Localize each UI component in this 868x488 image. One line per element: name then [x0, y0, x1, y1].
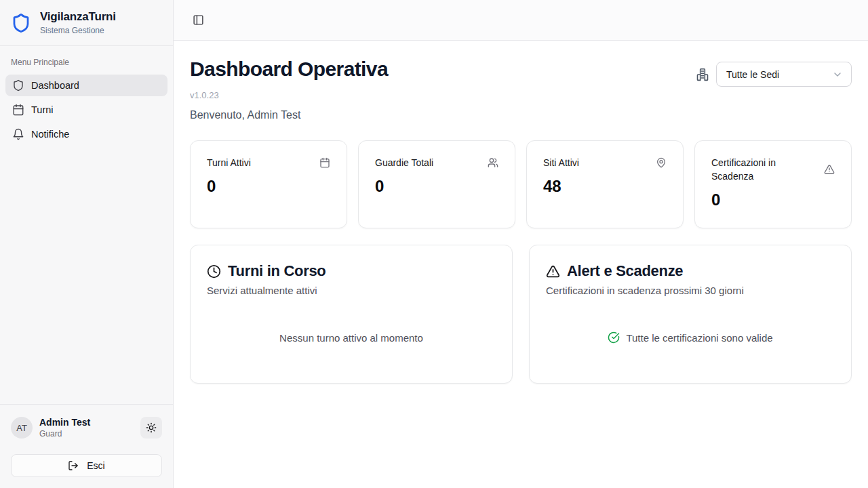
- logout-label: Esci: [87, 460, 104, 471]
- calendar-icon: [319, 157, 330, 168]
- sidebar-item-label: Dashboard: [31, 80, 79, 91]
- panel-alert-scadenze: Alert e Scadenze Certificazioni in scade…: [529, 245, 852, 384]
- stat-card-turni-attivi: Turni Attivi 0: [190, 140, 347, 228]
- alert-triangle-icon: [546, 264, 560, 279]
- user-row: AT Admin Test Guard: [11, 417, 162, 440]
- sidebar-item-label: Turni: [31, 104, 54, 115]
- panel-title: Turni in Corso: [228, 262, 326, 281]
- logout-icon: [68, 460, 79, 471]
- clock-icon: [207, 264, 221, 279]
- theme-toggle-button[interactable]: [140, 417, 162, 439]
- sidebar-nav: Menu Principale Dashboard Turni: [0, 46, 173, 404]
- stats-row: Turni Attivi 0 Guardie Totali: [190, 140, 852, 228]
- app-title: VigilanzaTurni: [40, 10, 116, 24]
- building-icon: [696, 68, 709, 81]
- user-name: Admin Test: [39, 417, 90, 429]
- stat-label: Certificazioni in Scadenza: [711, 156, 817, 183]
- panel-left-icon: [193, 14, 204, 26]
- panel-turni-in-corso: Turni in Corso Servizi attualmente attiv…: [190, 245, 513, 384]
- bell-icon: [12, 128, 24, 140]
- users-icon: [488, 157, 498, 168]
- stat-card-siti-attivi: Siti Attivi 48: [526, 140, 684, 228]
- sidebar: VigilanzaTurni Sistema Gestione Menu Pri…: [0, 0, 174, 488]
- stat-card-certificazioni: Certificazioni in Scadenza 0: [694, 140, 852, 228]
- stat-label: Guardie Totali: [375, 156, 433, 169]
- version-label: v1.0.23: [190, 90, 388, 100]
- sidebar-item-notifiche[interactable]: Notifiche: [5, 123, 167, 145]
- sidebar-toggle-button[interactable]: [189, 11, 208, 30]
- app-subtitle: Sistema Gestione: [40, 26, 116, 35]
- sidebar-item-turni[interactable]: Turni: [5, 99, 167, 121]
- stat-card-guardie-totali: Guardie Totali 0: [358, 140, 515, 228]
- panel-subtitle: Certificazioni in scadenza prossimi 30 g…: [546, 285, 835, 296]
- site-filter-value: Tutte le Sedi: [726, 69, 779, 80]
- nav-section-label: Menu Principale: [5, 58, 167, 67]
- page-title: Dashboard Operativa: [190, 57, 388, 81]
- check-circle-icon: [608, 331, 620, 344]
- main-area: Dashboard Operativa v1.0.23 Benvenuto, A…: [174, 0, 868, 488]
- stat-value: 0: [711, 189, 835, 211]
- empty-state-message: Tutte le certificazioni sono valide: [626, 332, 772, 344]
- stat-label: Siti Attivi: [543, 156, 579, 169]
- sidebar-item-dashboard[interactable]: Dashboard: [5, 75, 167, 96]
- stat-value: 0: [207, 176, 330, 197]
- panel-subtitle: Servizi attualmente attivi: [207, 285, 496, 296]
- calendar-icon: [12, 104, 24, 116]
- stat-value: 48: [543, 176, 667, 197]
- dashboard-content: Dashboard Operativa v1.0.23 Benvenuto, A…: [174, 41, 868, 488]
- map-pin-icon: [656, 157, 667, 168]
- stat-value: 0: [375, 176, 498, 197]
- app-logo-block: VigilanzaTurni Sistema Gestione: [0, 0, 173, 46]
- sidebar-item-label: Notifiche: [31, 129, 69, 140]
- topbar: [174, 0, 868, 41]
- panel-title: Alert e Scadenze: [567, 262, 683, 281]
- user-role: Guard: [39, 429, 90, 439]
- sidebar-footer: AT Admin Test Guard Esci: [0, 404, 173, 488]
- stat-label: Turni Attivi: [207, 156, 251, 169]
- shield-logo-icon: [11, 13, 31, 33]
- welcome-text: Benvenuto, Admin Test: [190, 109, 388, 121]
- alert-triangle-icon: [824, 164, 835, 175]
- sun-icon: [146, 422, 157, 433]
- panels-row: Turni in Corso Servizi attualmente attiv…: [190, 245, 852, 384]
- chevron-down-icon: [832, 69, 843, 80]
- avatar: AT: [11, 417, 33, 439]
- shield-icon: [12, 79, 24, 92]
- site-filter-select[interactable]: Tutte le Sedi: [716, 62, 852, 87]
- empty-state-message: Nessun turno attivo al momento: [279, 332, 423, 344]
- logout-button[interactable]: Esci: [11, 454, 162, 477]
